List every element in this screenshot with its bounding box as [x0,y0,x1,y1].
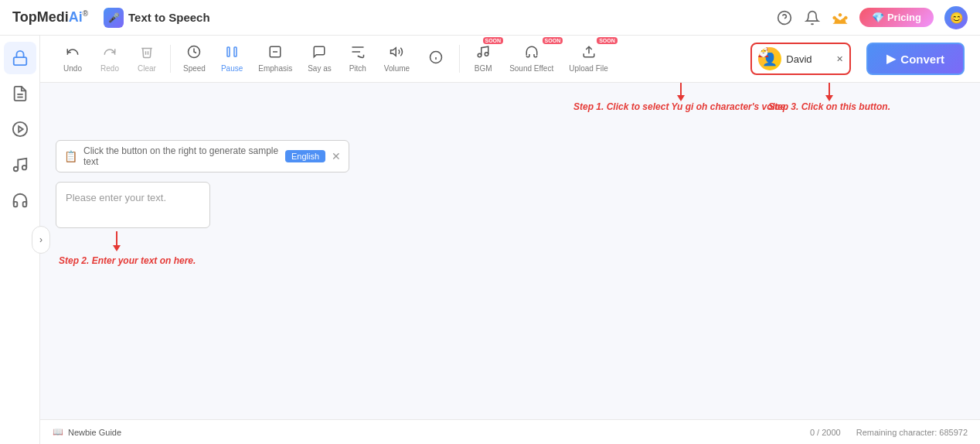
pitch-label: Pitch [349,64,366,73]
voice-favorite-icon[interactable]: ✕ [836,54,843,64]
undo-button[interactable]: Undo [56,42,90,76]
sound-effect-soon-badge: SOON [543,37,563,44]
step1-annotation: Step 1. Click to select Yu gi oh charact… [573,83,788,112]
upload-soon-badge: SOON [597,37,618,44]
pricing-label: Pricing [887,12,921,23]
speed-icon [187,45,201,63]
step3-text: Step 3. Click on this button. [768,101,890,112]
redo-label: Redo [100,64,119,73]
sound-effect-label: Sound Effect [509,64,553,73]
step1-text: Step 1. Click to select Yu gi oh charact… [573,101,788,112]
upload-file-button[interactable]: Upload File [563,42,614,76]
undo-label: Undo [63,64,82,73]
pitch-icon [351,45,365,63]
svg-point-4 [844,16,847,19]
speed-button[interactable]: Speed [177,42,212,76]
svg-point-22 [485,53,488,56]
toolbar-divider-2 [459,45,460,73]
sidebar-item-audio[interactable] [4,113,36,145]
svg-marker-17 [391,48,396,56]
header: TopMediAi® 🎤 Text to Speech 💎 Pricing 😊 [0,0,980,36]
convert-button[interactable]: ▶ Convert [866,43,965,75]
step3-annotation: Step 3. Click on this button. [768,83,890,112]
clear-button[interactable]: Clear [130,42,164,76]
sidebar-item-text[interactable] [4,77,36,110]
pause-icon [225,45,239,63]
close-sample-bar-button[interactable]: ✕ [332,150,341,162]
text-placeholder: Please enter your text. [66,192,166,203]
user-avatar[interactable]: 😊 [944,6,968,29]
sidebar-item-music[interactable] [4,184,36,217]
say-as-button[interactable]: Say as [301,42,338,76]
main-layout: › Undo Redo [0,36,980,444]
text-input[interactable]: Please enter your text. [56,182,210,228]
sample-bar: 📋 Click the button on the right to gener… [56,140,349,172]
toolbar: Undo Redo Clear [40,36,980,83]
avatar-emoji: 😊 [950,12,963,24]
speed-label: Speed [183,64,206,73]
guide-icon: 📖 [53,427,63,437]
redo-button[interactable]: Redo [93,42,127,76]
svg-rect-5 [13,57,26,65]
play-icon: ▶ [886,52,896,66]
sound-effect-button[interactable]: Sound Effect [503,42,560,76]
sample-icon: 📋 [64,150,77,162]
app-title-area: 🎤 Text to Speech [104,8,210,28]
bell-icon[interactable] [804,9,821,26]
char-count: 0 / 2000 [810,428,841,437]
newbie-guide-label[interactable]: Newbie Guide [68,428,121,437]
sample-bar-text: Click the button on the right to generat… [83,145,279,167]
editor-area: 📋 Click the button on the right to gener… [40,128,980,419]
sidebar-item-sound[interactable] [4,149,36,181]
voice-selector[interactable]: 👤 🎅 David ✕ [750,43,851,75]
volume-button[interactable]: Volume [378,42,416,76]
upload-icon [582,45,596,63]
logo-area: TopMediAi® [12,9,88,26]
svg-point-11 [22,166,26,170]
svg-point-2 [839,13,842,16]
step2-arrow [116,231,117,251]
volume-label: Volume [384,64,410,73]
svg-point-3 [833,16,836,19]
sound-effect-wrap: SOON Sound Effect [503,42,560,76]
sidebar-toggle-button[interactable]: › [32,226,50,254]
info-button[interactable] [419,47,453,71]
step1-arrow [677,83,685,101]
undo-icon [66,45,80,63]
voice-name: David [786,53,832,65]
volume-icon [390,45,403,63]
svg-marker-9 [19,126,23,131]
sidebar: › [0,36,40,444]
pricing-icon: 💎 [872,12,884,23]
crown-icon[interactable] [832,9,849,26]
convert-label: Convert [900,53,944,66]
voice-avatar: 👤 🎅 [758,47,781,70]
bgm-soon-badge: SOON [483,37,504,44]
emphasis-label: Emphasis [258,64,292,73]
bgm-wrap: SOON BGM [466,42,500,76]
upload-file-wrap: SOON Upload File [563,42,614,76]
pricing-button[interactable]: 💎 Pricing [859,8,934,27]
svg-point-8 [12,122,26,136]
step3-arrow [825,83,833,101]
clear-icon [140,45,154,63]
toolbar-divider-1 [170,45,171,73]
say-as-label: Say as [308,64,332,73]
sidebar-item-tts[interactable] [4,42,36,74]
pitch-button[interactable]: Pitch [341,42,375,76]
say-as-icon [312,45,326,63]
emphasis-icon [268,45,282,63]
bgm-label: BGM [475,64,492,73]
help-icon[interactable] [776,9,793,26]
upload-file-label: Upload File [569,64,608,73]
emphasis-button[interactable]: Emphasis [252,42,298,76]
info-icon [429,50,443,68]
pause-button[interactable]: Pause [215,42,249,76]
bgm-icon [476,45,490,63]
logo-text: TopMediAi® [12,9,88,26]
clear-label: Clear [138,64,156,73]
hat-icon: 🎅 [758,47,770,57]
chevron-right-icon: › [39,234,43,245]
bgm-button[interactable]: BGM [466,42,500,76]
bottom-bar: 📖 Newbie Guide 0 / 2000 Remaining charac… [40,419,980,444]
